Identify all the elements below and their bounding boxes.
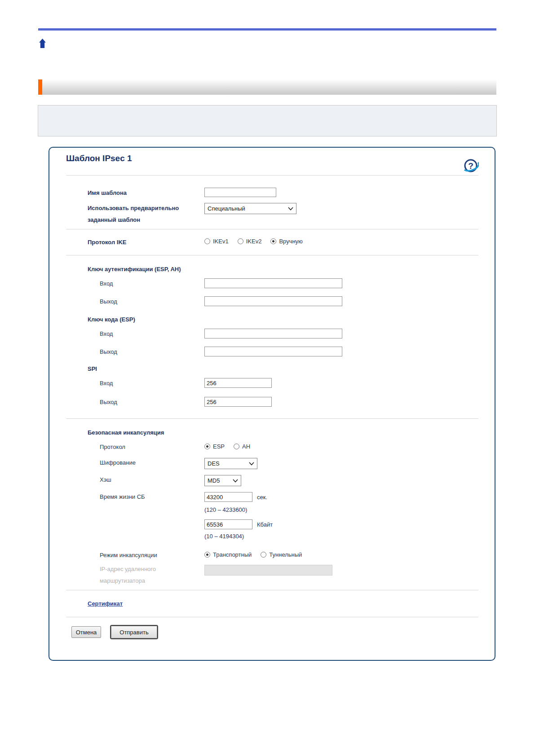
page-title: Шаблон IPsec 1 xyxy=(66,154,132,163)
remote-router-ip-input xyxy=(204,565,332,576)
top-divider xyxy=(38,28,496,31)
certificate-link[interactable]: Сертификат xyxy=(88,600,123,607)
encapsulation-mode-label: Режим инкапсуляции xyxy=(100,552,157,559)
preset-template-select[interactable]: Специальный xyxy=(204,203,296,214)
divider xyxy=(66,418,478,419)
protocol-radio-group: ESP AH xyxy=(204,443,259,450)
radio-label: Вручную xyxy=(279,238,302,245)
info-box xyxy=(38,105,497,136)
encapsulation-mode-radio-group: Транспортный Туннельный xyxy=(204,551,311,558)
radio-label: IKEv2 xyxy=(246,238,262,245)
spi-in-input[interactable] xyxy=(204,378,272,388)
ipsec-template-form: Шаблон IPsec 1 ? Имя шаблона Использоват… xyxy=(49,147,495,661)
select-value: Специальный xyxy=(208,205,245,212)
kbytes-range-label: (10 – 4194304) xyxy=(204,533,244,540)
code-key-out-input[interactable] xyxy=(204,347,342,356)
svg-text:?: ? xyxy=(468,161,473,171)
template-name-input[interactable] xyxy=(204,188,276,197)
auth-key-in-input[interactable] xyxy=(204,278,342,288)
radio-circle[interactable] xyxy=(270,238,276,244)
code-key-out-label: Выход xyxy=(100,348,117,356)
spi-in-label: Вход xyxy=(100,380,113,387)
protocol-label: Протокол xyxy=(100,444,125,451)
ike-protocol-label: Протокол IKE xyxy=(88,239,127,246)
select-value: DES xyxy=(208,460,220,467)
radio-circle[interactable] xyxy=(238,238,243,244)
radio-ikev2[interactable]: IKEv2 xyxy=(238,238,262,245)
radio-circle[interactable] xyxy=(261,552,266,558)
radio-ikev1[interactable]: IKEv1 xyxy=(204,238,229,245)
radio-ah[interactable]: AH xyxy=(234,443,250,450)
chevron-down-icon xyxy=(233,479,238,483)
secure-encapsulation-section-label: Безопасная инкапсуляция xyxy=(88,429,164,436)
radio-label: Туннельный xyxy=(269,551,302,558)
encryption-select[interactable]: DES xyxy=(204,458,257,469)
template-name-label: Имя шаблона xyxy=(88,189,127,197)
ike-protocol-radio-group: IKEv1 IKEv2 Вручную xyxy=(204,238,312,245)
auth-key-in-label: Вход xyxy=(100,280,113,287)
preset-template-label-line2: заданный шаблон xyxy=(88,216,140,224)
select-value: MD5 xyxy=(208,477,220,484)
hash-select[interactable]: MD5 xyxy=(204,475,241,486)
radio-circle[interactable] xyxy=(234,444,239,449)
hash-label: Хэш xyxy=(100,476,111,483)
radio-circle[interactable] xyxy=(204,444,210,449)
spi-out-label: Выход xyxy=(100,399,117,406)
divider xyxy=(66,175,478,176)
home-icon[interactable] xyxy=(39,39,46,48)
chevron-down-icon xyxy=(249,462,254,466)
radio-tunnel[interactable]: Туннельный xyxy=(261,551,302,558)
page: Шаблон IPsec 1 ? Имя шаблона Использоват… xyxy=(0,0,535,756)
radio-label: IKEv1 xyxy=(213,238,229,245)
radio-circle[interactable] xyxy=(204,552,210,558)
auth-key-out-input[interactable] xyxy=(204,296,342,306)
divider xyxy=(66,590,478,590)
chevron-down-icon xyxy=(288,207,293,211)
spi-section-label: SPI xyxy=(88,365,97,373)
code-key-section-label: Ключ кода (ESP) xyxy=(88,316,135,323)
cancel-button[interactable]: Отмена xyxy=(71,626,101,638)
radio-esp[interactable]: ESP xyxy=(204,443,225,450)
divider xyxy=(66,617,478,617)
radio-circle[interactable] xyxy=(204,238,210,244)
radio-label: ESP xyxy=(213,443,225,450)
auth-key-section-label: Ключ аутентификации (ESP, AH) xyxy=(88,266,181,273)
kbytes-unit-label: Кбайт xyxy=(257,521,273,528)
preset-template-label-line1: Использовать предварительно xyxy=(88,205,179,212)
radio-transport[interactable]: Транспортный xyxy=(204,551,252,558)
sa-lifetime-seconds-input[interactable] xyxy=(204,492,252,502)
section-header-bar xyxy=(38,79,496,95)
spi-out-input[interactable] xyxy=(204,397,272,407)
radio-manual[interactable]: Вручную xyxy=(270,238,302,245)
sa-lifetime-kbytes-input[interactable] xyxy=(204,519,252,529)
encryption-label: Шифрование xyxy=(100,459,136,466)
radio-label: AH xyxy=(242,443,250,450)
code-key-in-label: Вход xyxy=(100,330,113,338)
divider xyxy=(66,255,478,255)
remote-router-ip-label-line2: маршрутизатора xyxy=(100,577,145,585)
help-icon[interactable]: ? xyxy=(463,158,479,174)
seconds-unit-label: сек. xyxy=(257,494,267,501)
submit-button[interactable]: Отправить xyxy=(111,626,157,638)
divider xyxy=(66,229,478,229)
sa-lifetime-label: Время жизни СБ xyxy=(100,493,145,501)
auth-key-out-label: Выход xyxy=(100,298,117,305)
orange-accent-bar xyxy=(38,79,42,95)
code-key-in-input[interactable] xyxy=(204,329,342,338)
radio-label: Транспортный xyxy=(213,551,252,558)
remote-router-ip-label-line1: IP-адрес удаленного xyxy=(100,566,156,573)
seconds-range-label: (120 – 4233600) xyxy=(204,506,247,513)
